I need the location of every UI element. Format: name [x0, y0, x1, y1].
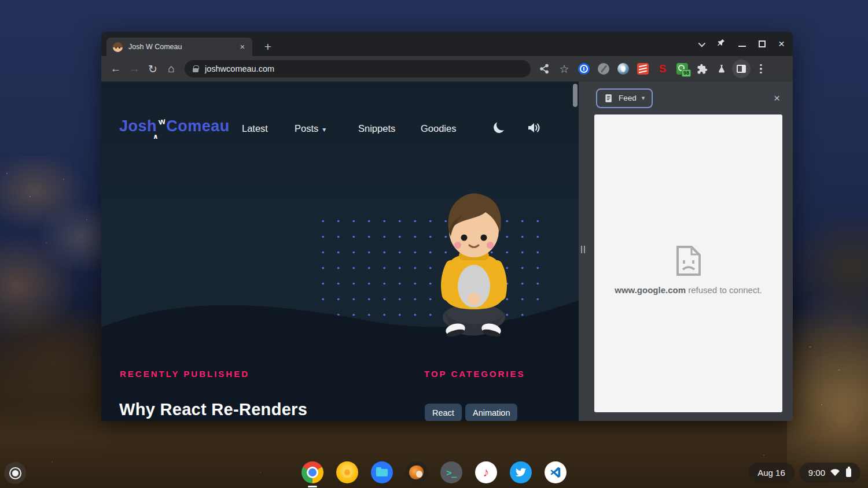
wallpaper-right-grass: [787, 220, 868, 488]
side-panel-toggle-icon[interactable]: [732, 60, 751, 78]
site-header: JoshwComeau ∧ Latest Posts▾ Snippets Goo…: [101, 82, 579, 151]
reload-icon[interactable]: ↻: [144, 60, 161, 77]
launcher-button[interactable]: [4, 462, 26, 484]
extension-badge: 98: [682, 69, 691, 77]
logo-accent-bottom: ∧: [153, 132, 159, 141]
browser-toolbar: ← → ↻ ⌂ joshwcomeau.com ☆ S 98: [101, 56, 793, 82]
category-pill-react[interactable]: React: [425, 404, 462, 421]
files-app-icon[interactable]: [371, 461, 393, 483]
nav-link-latest[interactable]: Latest: [242, 123, 268, 134]
nav-link-posts[interactable]: Posts▾: [295, 123, 326, 134]
ext-disabled-gray-icon[interactable]: [596, 61, 611, 76]
webpage-joshwcomeau: JoshwComeau ∧ Latest Posts▾ Snippets Goo…: [101, 82, 579, 421]
extensions-puzzle-icon[interactable]: [694, 61, 709, 76]
connection-error-message: www.google.com refused to connect.: [594, 285, 782, 295]
side-panel: Feed ▾ × www.google.com refused to conne…: [579, 82, 793, 421]
launcher-icon: [10, 468, 20, 478]
browser-window: Josh W Comeau × + × ← → ↻ ⌂ joshwcomeau.…: [101, 32, 793, 421]
bookmark-star-icon[interactable]: ☆: [557, 61, 572, 76]
page-scrollbar-thumb[interactable]: [573, 84, 578, 107]
battery-icon: [846, 468, 851, 477]
logo-last: Comeau: [166, 117, 230, 135]
error-text: refused to connect.: [686, 285, 762, 295]
site-logo[interactable]: JoshwComeau ∧: [119, 117, 230, 135]
side-panel-close-icon[interactable]: ×: [774, 92, 780, 105]
category-pill-animation[interactable]: Animation: [465, 404, 517, 421]
date-pill[interactable]: Aug 16: [748, 463, 795, 483]
home-icon[interactable]: ⌂: [163, 60, 180, 77]
shelf-app-row: >_ ♪: [301, 461, 567, 483]
system-tray-pill[interactable]: 9:00: [799, 463, 860, 483]
wifi-icon: [830, 468, 840, 478]
forward-icon[interactable]: →: [126, 60, 143, 77]
chrome-labs-flask-icon[interactable]: [714, 61, 729, 76]
panel-resize-handle[interactable]: [581, 246, 585, 253]
wallpaper-left-vegetation: [0, 156, 116, 445]
close-window-icon[interactable]: ×: [778, 40, 785, 48]
ext-orb-icon[interactable]: [616, 61, 631, 76]
sound-toggle-speaker-icon[interactable]: [527, 122, 541, 136]
apple-music-app-icon[interactable]: ♪: [475, 461, 497, 483]
tab-favicon-avatar: [113, 42, 123, 52]
feed-dropdown-button[interactable]: Feed ▾: [596, 88, 653, 108]
logo-accent-top: w: [158, 116, 166, 127]
chrome-app-icon[interactable]: [301, 461, 323, 483]
recently-published-heading: RECENTLY PUBLISHED: [120, 369, 249, 379]
share-icon[interactable]: [537, 61, 552, 76]
time-text: 9:00: [808, 468, 825, 478]
pet-avatar-app-icon[interactable]: [406, 461, 428, 483]
feed-content-frame: www.google.com refused to connect.: [594, 114, 782, 412]
window-controls: ×: [698, 36, 785, 51]
minimize-icon[interactable]: [738, 46, 746, 47]
dark-mode-moon-icon[interactable]: [492, 121, 506, 134]
error-host: www.google.com: [615, 285, 686, 295]
nav-link-snippets[interactable]: Snippets: [358, 123, 395, 134]
window-menu-chevron-icon[interactable]: [698, 39, 705, 47]
pin-window-icon[interactable]: [716, 38, 726, 50]
chromeos-shelf: >_ ♪ Aug 16 9:00: [0, 458, 868, 488]
ext-s-logo-icon[interactable]: S: [655, 61, 670, 76]
tab-title: Josh W Comeau: [128, 43, 237, 51]
nav-link-goodies[interactable]: Goodies: [421, 123, 456, 134]
ext-1password-icon[interactable]: [576, 61, 591, 76]
feed-caret-icon: ▾: [642, 94, 645, 102]
status-area: Aug 16 9:00: [748, 463, 860, 483]
new-tab-button[interactable]: +: [260, 40, 275, 55]
ext-green-badge-icon[interactable]: 98: [675, 61, 690, 76]
article-title-link[interactable]: Why React Re-Renders: [119, 400, 307, 419]
active-app-indicator: [308, 486, 317, 487]
back-icon[interactable]: ←: [107, 60, 124, 77]
tab-close-icon[interactable]: ×: [237, 42, 248, 52]
feed-label: Feed: [619, 94, 637, 102]
vscode-app-icon[interactable]: [545, 461, 567, 483]
browser-titlebar: Josh W Comeau × + ×: [101, 32, 793, 56]
feed-document-icon: [604, 94, 613, 103]
date-text: Aug 16: [757, 468, 785, 478]
twitter-app-icon[interactable]: [510, 461, 532, 483]
maximize-icon[interactable]: [759, 40, 766, 47]
lock-icon[interactable]: [193, 68, 198, 72]
terminal-app-icon[interactable]: >_: [440, 461, 462, 483]
url-text: joshwcomeau.com: [205, 64, 274, 73]
ext-todoist-icon[interactable]: [635, 61, 650, 76]
meditating-avatar-illustration: [421, 189, 527, 342]
logo-first: Josh: [119, 117, 157, 135]
browser-tab[interactable]: Josh W Comeau ×: [106, 38, 252, 56]
side-panel-header: Feed ▾ ×: [579, 82, 793, 114]
address-bar[interactable]: joshwcomeau.com: [185, 60, 531, 77]
nav-posts-label: Posts: [295, 123, 318, 134]
browser-menu-kebab-icon[interactable]: [753, 61, 768, 76]
sad-page-error-icon: [675, 245, 702, 279]
chrome-canary-app-icon[interactable]: [336, 461, 358, 483]
posts-dropdown-caret-icon: ▾: [322, 125, 326, 134]
top-categories-heading: TOP CATEGORIES: [424, 369, 525, 379]
